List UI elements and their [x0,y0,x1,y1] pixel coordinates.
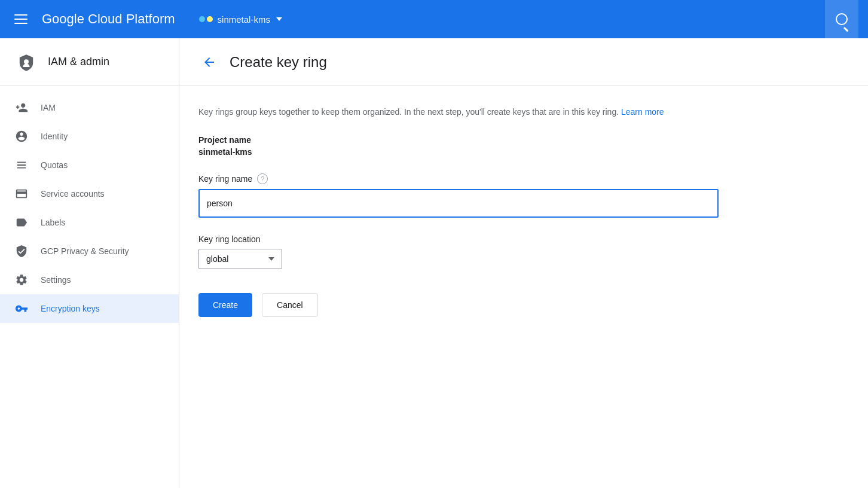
encryption-icon [14,301,29,316]
key-ring-location-field: Key ring location global [198,234,849,269]
description-text: Key rings group keys together to keep th… [198,105,689,118]
content-body: Key rings group keys together to keep th… [179,86,868,488]
sidebar-item-identity-label: Identity [41,132,68,141]
create-button[interactable]: Create [198,293,252,317]
chevron-down-icon [268,257,274,261]
app-title: Google Cloud Platform [42,11,175,27]
back-button[interactable] [198,51,220,73]
sidebar-item-gcp-privacy[interactable]: GCP Privacy & Security [0,237,179,266]
top-bar: Google Cloud Platform sinmetal-kms [0,0,868,38]
iam-admin-icon [14,50,38,74]
learn-more-link[interactable]: Learn more [621,107,664,117]
sidebar-item-labels-label: Labels [41,218,65,227]
key-ring-location-label-row: Key ring location [198,234,849,244]
content-header: Create key ring [179,38,868,86]
label-icon [14,215,29,230]
top-bar-left: Google Cloud Platform sinmetal-kms [10,10,825,29]
search-button[interactable] [825,0,858,38]
key-ring-name-field: Key ring name ? [198,173,849,218]
sidebar-item-quotas-label: Quotas [41,160,68,170]
sidebar-header: IAM & admin [0,38,179,86]
sidebar-item-service-accounts-label: Service accounts [41,189,105,199]
sidebar-item-encryption-keys[interactable]: Encryption keys [0,294,179,323]
cancel-button[interactable]: Cancel [262,293,318,317]
main-layout: IAM & admin IAM Identity [0,38,868,488]
project-selector[interactable]: sinmetal-kms [199,14,282,25]
person-add-icon [14,100,29,115]
search-icon [836,13,848,25]
location-dropdown[interactable]: global [198,249,282,269]
person-circle-icon [14,129,29,144]
svg-point-0 [24,59,29,64]
sidebar-item-labels[interactable]: Labels [0,208,179,237]
sidebar-item-settings-label: Settings [41,275,71,285]
project-name: sinmetal-kms [218,14,270,25]
project-value: sinmetal-kms [198,147,849,157]
action-buttons: Create Cancel [198,293,849,317]
sidebar-header-title: IAM & admin [48,56,109,68]
sidebar-item-encryption-keys-label: Encryption keys [41,304,100,313]
sidebar-item-gcp-privacy-label: GCP Privacy & Security [41,246,129,256]
key-ring-name-label-row: Key ring name ? [198,173,849,184]
gear-icon [14,273,29,287]
key-ring-name-help-icon[interactable]: ? [257,173,268,184]
sidebar-item-settings[interactable]: Settings [0,266,179,294]
project-label: Project name [198,135,849,145]
quotas-icon [14,158,29,172]
project-section: Project name sinmetal-kms [198,135,849,157]
sidebar-item-identity[interactable]: Identity [0,122,179,151]
key-ring-name-input[interactable] [198,189,719,218]
content-area: Create key ring Key rings group keys tog… [179,38,868,488]
sidebar-navigation: IAM Identity Quotas [0,86,179,488]
service-accounts-icon [14,187,29,201]
sidebar: IAM & admin IAM Identity [0,38,179,488]
key-ring-location-label: Key ring location [198,234,261,244]
chevron-down-icon [276,17,282,21]
sidebar-item-quotas[interactable]: Quotas [0,151,179,179]
sidebar-item-service-accounts[interactable]: Service accounts [0,179,179,208]
project-icon [199,16,213,22]
key-ring-name-label: Key ring name [198,174,252,184]
location-value: global [206,254,264,264]
hamburger-menu-button[interactable] [10,10,32,29]
sidebar-item-iam-label: IAM [41,103,56,112]
shield-check-icon [14,244,29,258]
page-title: Create key ring [230,54,327,71]
sidebar-item-iam[interactable]: IAM [0,93,179,122]
